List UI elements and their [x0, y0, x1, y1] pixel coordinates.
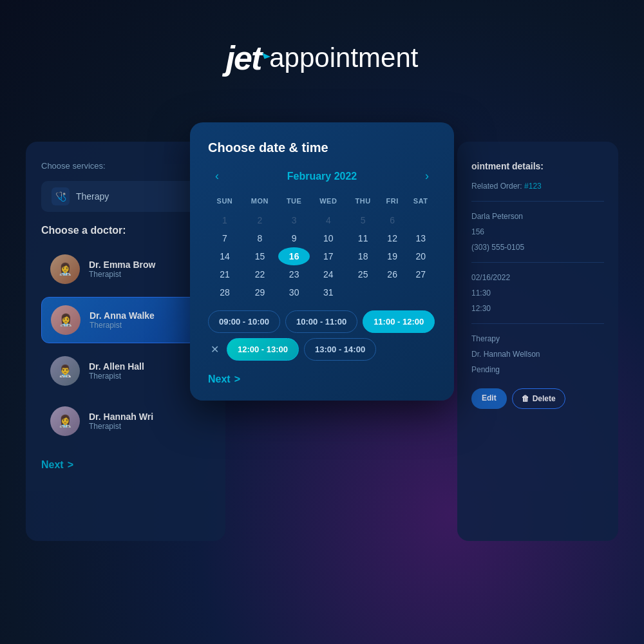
related-order-label: Related Order: [471, 182, 522, 191]
weekday-thu: THU [346, 194, 379, 211]
doctor-row-emma[interactable]: 👩‍⚕️ Dr. Emma Brow Therapist [41, 247, 210, 292]
timeslot-09-10[interactable]: 09:00 - 10:00 [208, 310, 280, 333]
appt-time-start: 11:30 [471, 287, 604, 299]
cal-day[interactable]: 22 [242, 265, 278, 283]
doctor-name-allen: Dr. Allen Hall [89, 361, 144, 372]
weekday-tue: TUE [278, 194, 310, 211]
cal-day [346, 283, 379, 301]
cal-day[interactable]: 27 [405, 265, 436, 283]
cal-day-selected[interactable]: 16 [278, 247, 310, 265]
appt-service: Therapy [471, 333, 604, 345]
cal-day[interactable]: 29 [242, 283, 278, 301]
calendar-navigation: ‹ February 2022 › [208, 169, 436, 183]
calendar-week-3: 14 15 16 17 18 19 20 [208, 247, 436, 265]
cal-day[interactable]: 12 [379, 229, 405, 247]
cal-day[interactable]: 17 [310, 247, 346, 265]
delete-label: Delete [533, 394, 556, 403]
appt-time-end: 12:30 [471, 303, 604, 314]
cal-day[interactable]: 4 [310, 211, 346, 229]
calendar-week-1: 1 2 3 4 5 6 [208, 211, 436, 229]
doctor-row-anna[interactable]: 👩‍⚕️ Dr. Anna Walke Therapist [41, 297, 210, 343]
jet-arrow-icon [262, 50, 270, 59]
calendar-week-4: 21 22 23 24 25 26 27 [208, 265, 436, 283]
current-month-label: February 2022 [287, 171, 357, 182]
cal-day [405, 283, 436, 301]
cal-day[interactable]: 8 [242, 229, 278, 247]
calendar-week-5: 28 29 30 31 [208, 283, 436, 301]
next-label-main: Next [208, 374, 231, 385]
related-order: Related Order: #123 [471, 180, 604, 192]
logo-area: jet appointment [226, 39, 419, 77]
timeslot-11-12[interactable]: 11:00 - 12:00 [363, 310, 435, 333]
doctor-name-anna: Dr. Anna Walke [90, 310, 155, 321]
appt-date: 02/16/2022 [471, 272, 604, 283]
timeslot-13-14[interactable]: 13:00 - 14:00 [304, 338, 376, 361]
doctor-specialty-emma: Therapist [89, 270, 155, 279]
cal-day[interactable]: 6 [379, 211, 405, 229]
cal-day[interactable]: 9 [278, 229, 310, 247]
appointment-details-panel: ointment details: Related Order: #123 Da… [457, 142, 618, 541]
weekday-header-row: SUN MON TUE WED THU FRI SAT [208, 194, 436, 211]
weekday-wed: WED [310, 194, 346, 211]
cal-day[interactable]: 11 [346, 229, 379, 247]
cal-day[interactable]: 19 [379, 247, 405, 265]
cal-day[interactable]: 26 [379, 265, 405, 283]
cal-day [379, 283, 405, 301]
weekday-sun: SUN [208, 194, 242, 211]
avatar-anna: 👩‍⚕️ [51, 305, 80, 335]
cal-day[interactable]: 20 [405, 247, 436, 265]
cal-day[interactable]: 23 [278, 265, 310, 283]
cal-day[interactable]: 15 [242, 247, 278, 265]
prev-month-button[interactable]: ‹ [208, 169, 226, 183]
cal-day[interactable]: 13 [405, 229, 436, 247]
next-button-left[interactable]: Next > [41, 459, 210, 471]
calendar-panel-title: Choose date & time [208, 140, 436, 155]
doctor-specialty-anna: Therapist [90, 321, 155, 330]
cal-day[interactable]: 24 [310, 265, 346, 283]
calendar-week-2: 7 8 9 10 11 12 13 [208, 229, 436, 247]
cal-day[interactable]: 14 [208, 247, 242, 265]
doctor-row-allen[interactable]: 👨‍⚕️ Dr. Allen Hall Therapist [41, 348, 210, 393]
cal-day [405, 211, 436, 229]
client-id: 156 [471, 226, 604, 238]
doctor-specialty-hannah: Therapist [89, 422, 153, 431]
next-arrow-main: > [234, 374, 240, 385]
next-label-left: Next [41, 459, 64, 471]
avatar-emma: 👩‍⚕️ [50, 254, 80, 284]
cal-day[interactable]: 7 [208, 229, 242, 247]
cal-day[interactable]: 3 [278, 211, 310, 229]
timeslot-12-13[interactable]: 12:00 - 13:00 [227, 338, 299, 361]
cal-day[interactable]: 1 [208, 211, 242, 229]
cal-day[interactable]: 30 [278, 283, 310, 301]
weekday-fri: FRI [379, 194, 405, 211]
doctor-info-emma: Dr. Emma Brow Therapist [89, 260, 155, 279]
cal-day[interactable]: 5 [346, 211, 379, 229]
next-button-main[interactable]: Next > [208, 374, 436, 385]
edit-button[interactable]: Edit [471, 388, 507, 409]
cal-day[interactable]: 25 [346, 265, 379, 283]
weekday-sat: SAT [405, 194, 436, 211]
appt-status: Pending [471, 364, 604, 375]
time-slots-container: 09:00 - 10:00 10:00 - 11:00 11:00 - 12:0… [208, 310, 436, 361]
cal-day[interactable]: 31 [310, 283, 346, 301]
divider-1 [471, 201, 604, 202]
cal-day[interactable]: 21 [208, 265, 242, 283]
clear-timeslot-button[interactable]: ✕ [208, 338, 222, 361]
weekday-mon: MON [242, 194, 278, 211]
service-chip[interactable]: 🩺 Therapy [41, 181, 210, 212]
calendar-panel: Choose date & time ‹ February 2022 › SUN… [190, 122, 454, 401]
cal-day[interactable]: 2 [242, 211, 278, 229]
cal-day[interactable]: 18 [346, 247, 379, 265]
doctor-info-hannah: Dr. Hannah Wri Therapist [89, 412, 153, 431]
timeslot-10-11[interactable]: 10:00 - 11:00 [285, 310, 357, 333]
logo-jet: jet [226, 39, 270, 77]
jet-text: jet [226, 39, 261, 77]
client-phone: (303) 555-0105 [471, 242, 604, 253]
logo-appointment: appointment [269, 43, 418, 73]
cal-day[interactable]: 10 [310, 229, 346, 247]
cal-day[interactable]: 28 [208, 283, 242, 301]
next-month-button[interactable]: › [418, 169, 436, 183]
doctor-specialty-allen: Therapist [89, 372, 144, 381]
doctor-row-hannah[interactable]: 👩‍⚕️ Dr. Hannah Wri Therapist [41, 399, 210, 444]
delete-button[interactable]: 🗑 Delete [512, 388, 565, 409]
